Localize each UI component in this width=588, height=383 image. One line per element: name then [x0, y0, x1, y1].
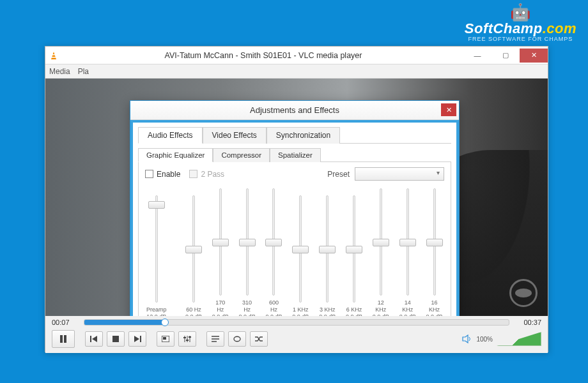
subtab-compressor[interactable]: Compressor — [213, 148, 270, 162]
cbs-logo-icon — [509, 279, 538, 307]
enable-checkbox[interactable]: Enable — [145, 170, 180, 179]
robot-icon: 🤖 — [465, 4, 576, 20]
site-watermark: 🤖 SoftChamp.com FREE SOFTWARE FOR CHAMPS — [465, 4, 576, 42]
slider-preamp[interactable]: Preamp 12.0 dB — [146, 195, 167, 316]
slider-310hz[interactable]: 310 Hz 0.0 dB — [238, 188, 256, 316]
equalizer-sliders: Preamp 12.0 dB 60 Hz 0.0 dB 170 Hz 0.0 d… — [145, 184, 444, 316]
vlc-window-title: AVI-Tatum McCann - Smith S01E01 - VLC me… — [63, 51, 463, 60]
slider-thumb[interactable] — [148, 201, 165, 209]
svg-rect-17 — [189, 336, 191, 338]
fullscreen-button[interactable] — [157, 331, 174, 347]
svg-marker-6 — [92, 336, 97, 342]
slider-6khz[interactable]: 6 KHz 0.0 dB — [346, 195, 363, 316]
tab-video-effects[interactable]: Video Effects — [203, 127, 267, 144]
extended-settings-button[interactable] — [178, 331, 196, 347]
dialog-titlebar: Adjustments and Effects ✕ — [130, 101, 459, 120]
stop-button[interactable] — [107, 331, 125, 347]
svg-marker-8 — [134, 336, 139, 342]
slider-12khz[interactable]: 12 KHz 0.0 dB — [372, 188, 389, 316]
svg-rect-1 — [52, 54, 56, 56]
speaker-icon[interactable] — [462, 334, 472, 343]
pause-button[interactable] — [52, 330, 75, 348]
fullscreen-icon — [162, 336, 169, 342]
vlc-cone-icon — [49, 51, 58, 60]
svg-rect-4 — [64, 335, 66, 343]
progress-row: 00:07 00:37 — [45, 316, 548, 327]
volume-percent: 100% — [476, 336, 493, 343]
svg-rect-9 — [140, 336, 141, 342]
slider-thumb[interactable] — [319, 246, 336, 253]
playlist-button[interactable] — [206, 331, 224, 347]
slider-thumb[interactable] — [265, 239, 282, 246]
shuffle-button[interactable] — [250, 331, 268, 347]
slider-16khz[interactable]: 16 KHz 0.0 dB — [426, 188, 443, 316]
vlc-titlebar: AVI-Tatum McCann - Smith S01E01 - VLC me… — [45, 47, 548, 64]
dialog-subtabs: Graphic Equalizer Compressor Spatializer — [138, 147, 451, 162]
seek-bar[interactable] — [84, 319, 509, 326]
vlc-window: AVI-Tatum McCann - Smith S01E01 - VLC me… — [45, 46, 548, 352]
volume-slider[interactable] — [497, 332, 541, 346]
shuffle-icon — [254, 336, 263, 342]
skip-next-icon — [134, 336, 141, 342]
svg-rect-7 — [112, 336, 119, 342]
preset-label: Preset — [327, 170, 350, 179]
menu-media[interactable]: Media — [49, 67, 70, 76]
equalizer-panel: Enable 2 Pass Preset — [138, 162, 451, 316]
subtab-graphic-equalizer[interactable]: Graphic Equalizer — [138, 148, 213, 162]
time-elapsed: 00:07 — [52, 319, 77, 326]
slider-thumb[interactable] — [373, 239, 389, 246]
slider-thumb[interactable] — [426, 239, 443, 246]
watermark-brand: SoftChamp.com — [465, 20, 576, 37]
svg-marker-21 — [463, 335, 468, 343]
loop-button[interactable] — [228, 331, 246, 347]
seek-thumb[interactable] — [161, 319, 169, 326]
slider-3khz[interactable]: 3 KHz 0.0 dB — [319, 195, 336, 316]
tab-synchronization[interactable]: Synchronization — [267, 127, 340, 144]
slider-thumb[interactable] — [239, 239, 256, 246]
stop-icon — [112, 336, 119, 342]
adjustments-dialog: Adjustments and Effects ✕ Audio Effects … — [130, 100, 460, 316]
menu-playback[interactable]: Pla — [78, 67, 89, 76]
slider-thumb[interactable] — [346, 246, 362, 253]
vlc-menubar: Media Pla — [45, 64, 548, 79]
slider-14khz[interactable]: 14 KHz 0.0 dB — [399, 188, 416, 316]
svg-marker-0 — [51, 52, 56, 59]
preset-dropdown[interactable] — [355, 167, 444, 181]
pause-icon — [59, 335, 67, 343]
skip-previous-icon — [90, 336, 98, 342]
slider-track[interactable] — [155, 195, 158, 303]
slider-600hz[interactable]: 600 Hz 0.0 dB — [265, 188, 282, 316]
controls-bar: 100% — [45, 327, 548, 353]
svg-rect-15 — [183, 337, 186, 338]
minimize-button[interactable]: — — [463, 49, 491, 63]
dialog-close-button[interactable]: ✕ — [441, 103, 456, 116]
svg-rect-3 — [60, 335, 63, 343]
svg-rect-5 — [90, 336, 91, 342]
time-total: 00:37 — [516, 319, 541, 326]
close-button[interactable]: ✕ — [520, 49, 548, 63]
tab-audio-effects[interactable]: Audio Effects — [138, 127, 203, 144]
slider-thumb[interactable] — [212, 239, 229, 246]
next-button[interactable] — [128, 331, 146, 347]
slider-60hz[interactable]: 60 Hz 0.0 dB — [185, 195, 203, 316]
slider-thumb[interactable] — [292, 246, 309, 253]
slider-170hz[interactable]: 170 Hz 0.0 dB — [212, 188, 229, 316]
slider-thumb[interactable] — [399, 239, 416, 246]
slider-1khz[interactable]: 1 KHz 0.0 dB — [292, 195, 309, 316]
two-pass-checkbox: 2 Pass — [189, 170, 224, 179]
previous-button[interactable] — [85, 331, 103, 347]
svg-rect-16 — [186, 340, 189, 341]
video-area: Adjustments and Effects ✕ Audio Effects … — [45, 79, 548, 316]
svg-rect-2 — [52, 57, 56, 58]
sliders-icon — [183, 335, 191, 343]
svg-rect-11 — [163, 337, 166, 340]
subtab-spatializer[interactable]: Spatializer — [270, 148, 321, 162]
dialog-tabs: Audio Effects Video Effects Synchronizat… — [138, 126, 451, 144]
dialog-title: Adjustments and Effects — [250, 105, 339, 115]
playlist-icon — [212, 336, 219, 342]
maximize-button[interactable]: ▢ — [491, 49, 520, 63]
checkbox-icon — [145, 170, 153, 178]
watermark-tagline: FREE SOFTWARE FOR CHAMPS — [465, 36, 576, 42]
loop-icon — [233, 336, 242, 342]
slider-thumb[interactable] — [185, 246, 202, 253]
